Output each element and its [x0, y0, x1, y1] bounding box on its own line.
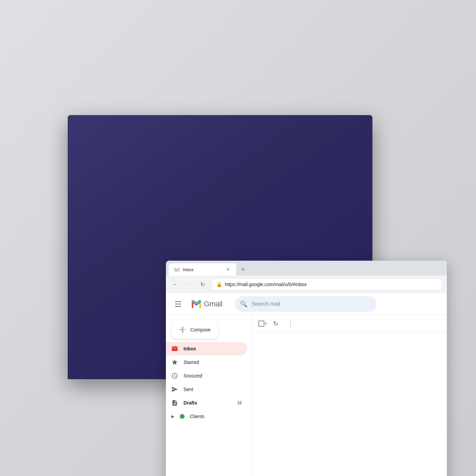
- inbox-icon: [171, 345, 178, 352]
- compose-plus-icon: [179, 326, 186, 334]
- new-tab-button[interactable]: +: [238, 264, 248, 275]
- compose-label: Compose: [190, 327, 211, 332]
- gmail-favicon: [174, 266, 180, 273]
- clock-icon: [171, 372, 178, 379]
- browser-window: Inbox ✕ + ← → ↻ 🔒 https://mail.google.co…: [166, 261, 447, 476]
- hamburger-icon: [175, 301, 181, 307]
- back-button[interactable]: ←: [170, 279, 181, 290]
- sidebar-item-drafts[interactable]: Drafts 15: [166, 396, 247, 410]
- inbox-label: Inbox: [183, 346, 196, 351]
- monitor-frame: Inbox ✕ + ← → ↻ 🔒 https://mail.google.co…: [68, 115, 372, 379]
- tab-title: Inbox: [183, 267, 222, 272]
- drafts-label: Drafts: [183, 400, 197, 406]
- reload-button[interactable]: ↻: [197, 279, 208, 290]
- sidebar-item-inbox[interactable]: Inbox: [166, 342, 247, 355]
- email-toolbar: ▾ ↻ ⋮: [253, 315, 447, 332]
- forward-button[interactable]: →: [183, 279, 194, 290]
- search-bar[interactable]: 🔍 Search mail: [235, 296, 377, 312]
- url-domain: mail.google.com: [239, 282, 274, 287]
- search-placeholder-text: Search mail: [252, 301, 280, 307]
- gmail-logo-icon: [190, 298, 202, 310]
- tab-bar: Inbox ✕ +: [166, 261, 447, 276]
- lock-icon: 🔒: [216, 282, 222, 287]
- url-text: https://mail.google.com/mail/u/0/#inbox: [225, 282, 307, 287]
- select-all-checkbox[interactable]: [258, 321, 264, 327]
- search-icon: 🔍: [240, 300, 247, 308]
- sidebar-item-snoozed[interactable]: Snoozed: [166, 369, 247, 383]
- gmail-app-name: Gmail: [204, 300, 222, 308]
- sidebar-item-starred[interactable]: Starred: [166, 355, 247, 369]
- gmail-sidebar: Compose Inbox: [166, 315, 253, 476]
- gmail-content: Compose Inbox: [166, 315, 447, 476]
- browser-chrome: Inbox ✕ + ← → ↻ 🔒 https://mail.google.co…: [166, 261, 447, 293]
- hamburger-button[interactable]: [171, 297, 185, 311]
- refresh-button[interactable]: ↻: [269, 318, 282, 330]
- sidebar-item-clients[interactable]: ▶ Clients: [166, 410, 247, 423]
- address-bar-row: ← → ↻ 🔒 https://mail.google.com/mail/u/0…: [166, 276, 447, 293]
- tab-close-button[interactable]: ✕: [225, 266, 231, 273]
- gmail-header: Gmail 🔍 Search mail: [166, 293, 447, 315]
- clients-dot-icon: [180, 414, 185, 419]
- drafts-icon: [171, 399, 178, 406]
- clients-label: Clients: [190, 414, 204, 419]
- drafts-badge: 15: [237, 401, 242, 405]
- snoozed-label: Snoozed: [183, 373, 202, 378]
- star-icon: [171, 359, 178, 366]
- expand-icon: ▶: [171, 414, 174, 419]
- sent-label: Sent: [183, 387, 193, 392]
- more-options-button[interactable]: ⋮: [284, 318, 297, 330]
- compose-button[interactable]: Compose: [171, 320, 219, 339]
- select-dropdown-arrow[interactable]: ▾: [265, 322, 267, 325]
- address-bar[interactable]: 🔒 https://mail.google.com/mail/u/0/#inbo…: [211, 278, 443, 290]
- email-list-area: ▾ ↻ ⋮: [253, 315, 447, 476]
- gmail-logo-area: Gmail: [190, 298, 222, 310]
- gmail-app: Gmail 🔍 Search mail: [166, 293, 447, 476]
- sidebar-item-sent[interactable]: Sent: [166, 383, 247, 396]
- send-icon: [171, 386, 178, 393]
- select-all-area[interactable]: ▾: [258, 321, 267, 327]
- active-tab[interactable]: Inbox ✕: [169, 263, 236, 276]
- starred-label: Starred: [183, 360, 199, 365]
